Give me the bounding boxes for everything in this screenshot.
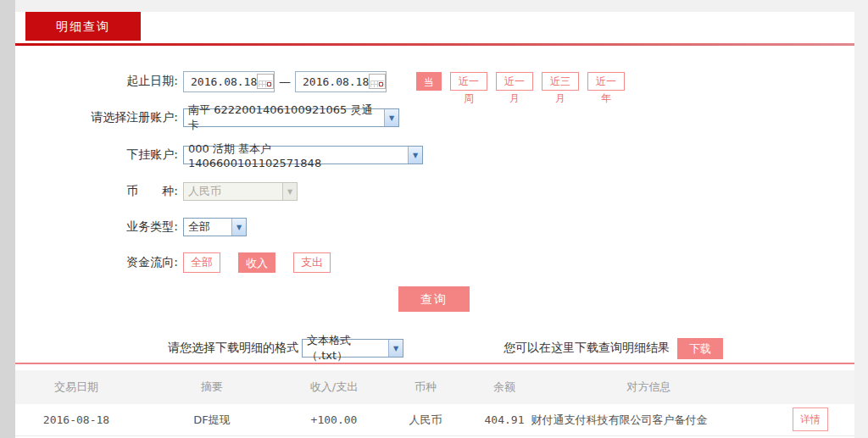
detail-button[interactable]: 详情 [793, 408, 828, 431]
download-format-value: 文本格式（.txt） [307, 333, 385, 363]
date-range-label: 起止日期: [15, 74, 178, 89]
date-range-row: 起止日期: 2016.08.18 — 2016.08.18 当日 近一周 近一月… [15, 70, 625, 92]
download-button[interactable]: 下载 [677, 338, 723, 359]
preset-today-button[interactable]: 当日 [416, 72, 442, 91]
calendar-icon[interactable] [369, 74, 386, 89]
preset-last-3-months-button[interactable]: 近三月 [542, 72, 579, 91]
sub-account-value: 000 活期 基本户 1406600101102571848 [188, 141, 404, 169]
fund-flow-label: 资金流向: [15, 255, 178, 270]
currency-label: 币 种: [15, 184, 178, 199]
header-income-expense: 收入/支出 [283, 370, 385, 404]
preset-last-month-button[interactable]: 近一月 [496, 72, 533, 91]
download-hint-text: 您可以在这里下载查询明细结果 [504, 341, 670, 356]
register-account-label: 请选择注册账户: [15, 110, 178, 125]
currency-select: 人民币 ▼ [183, 182, 298, 201]
download-row: 请您选择下载明细的格式 文本格式（.txt） ▼ 您可以在这里下载查询明细结果 … [168, 337, 723, 359]
dropdown-arrow-icon: ▼ [408, 147, 422, 164]
header-counterparty: 对方信息 [524, 370, 774, 404]
table-header-row: 交易日期 摘要 收入/支出 币种 余额 对方信息 [15, 370, 854, 404]
business-type-row: 业务类型: 全部 ▼ [15, 216, 247, 238]
header-trade-date: 交易日期 [25, 370, 127, 404]
business-type-value: 全部 [188, 219, 210, 235]
start-date-input[interactable]: 2016.08.18 [183, 71, 275, 92]
dropdown-arrow-icon: ▼ [388, 340, 403, 357]
end-date-input[interactable]: 2016.08.18 [295, 71, 387, 92]
start-date-value: 2016.08.18 [191, 75, 257, 88]
download-format-select[interactable]: 文本格式（.txt） ▼ [302, 339, 403, 358]
business-type-select[interactable]: 全部 ▼ [183, 218, 247, 236]
fund-flow-expense-button[interactable]: 支出 [293, 252, 331, 273]
register-account-value: 南平 6222001406100921065 灵通卡 [188, 103, 381, 133]
register-account-row: 请选择注册账户: 南平 6222001406100921065 灵通卡 ▼ [15, 107, 399, 129]
dropdown-arrow-icon: ▼ [231, 219, 246, 236]
query-button[interactable]: 查询 [398, 286, 470, 312]
fund-flow-all-button[interactable]: 全部 [183, 252, 220, 273]
sub-account-row: 下挂账户: 000 活期 基本户 1406600101102571848 ▼ [15, 144, 423, 166]
content-panel: 明细查询 起止日期: 2016.08.18 — 2016.08.18 当日 近一… [15, 12, 854, 438]
currency-value: 人民币 [188, 184, 221, 199]
currency-row: 币 种: 人民币 ▼ [15, 180, 298, 202]
end-date-value: 2016.08.18 [303, 75, 369, 88]
tab-detail-query[interactable]: 明细查询 [25, 12, 141, 41]
calendar-icon-day-marker [267, 82, 271, 86]
register-account-select[interactable]: 南平 6222001406100921065 灵通卡 ▼ [183, 108, 399, 127]
preset-last-week-button[interactable]: 近一周 [450, 72, 487, 91]
cell-counterparty: 财付通支付科技有限公司客户备付金 [494, 404, 744, 436]
cell-trade-date: 2016-08-18 [25, 404, 127, 436]
sub-account-label: 下挂账户: [15, 147, 178, 163]
page-left-gutter [0, 0, 15, 438]
cell-summary: DF提现 [161, 404, 263, 436]
fund-flow-row: 资金流向: 全部 收入 支出 [15, 252, 331, 274]
date-range-controls: 2016.08.18 — 2016.08.18 当日 近一周 近一月 近三月 近… [183, 71, 625, 92]
calendar-icon-day-marker [379, 82, 383, 86]
sub-account-select[interactable]: 000 活期 基本户 1406600101102571848 ▼ [183, 146, 423, 164]
download-format-label: 请您选择下载明细的格式 [168, 341, 298, 356]
business-type-label: 业务类型: [15, 219, 178, 235]
calendar-icon[interactable] [257, 74, 274, 89]
table-row: 2016-08-18 DF提现 +100.00 人民币 404.91 财付通支付… [15, 404, 854, 436]
tab-bar: 明细查询 [15, 12, 854, 46]
dropdown-arrow-icon: ▼ [384, 109, 398, 126]
fund-flow-income-button[interactable]: 收入 [238, 252, 275, 273]
header-summary: 摘要 [161, 370, 263, 404]
date-separator: — [279, 75, 291, 88]
preset-last-year-button[interactable]: 近一年 [587, 72, 625, 91]
cell-amount: +100.00 [283, 404, 385, 436]
table-top-divider [15, 363, 854, 364]
dropdown-arrow-icon: ▼ [282, 183, 297, 200]
